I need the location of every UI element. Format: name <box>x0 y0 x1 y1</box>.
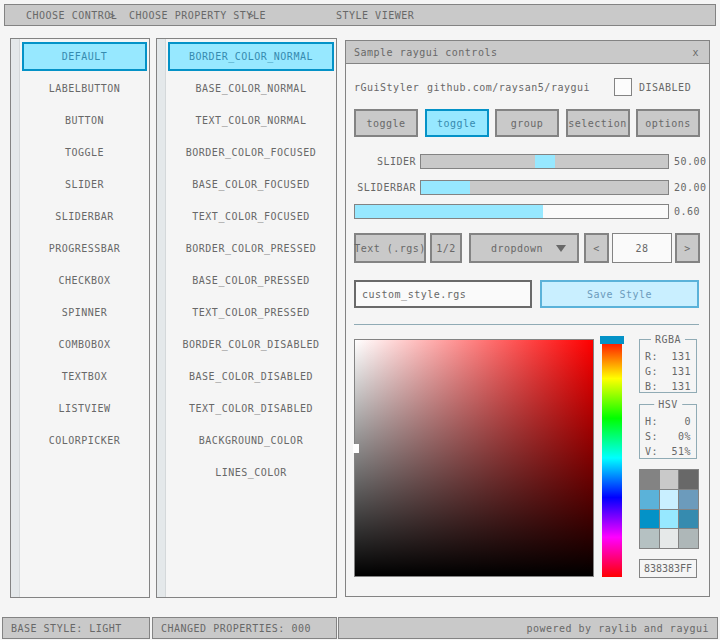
properties-list-item[interactable]: BORDER_COLOR_DISABLED <box>168 330 334 359</box>
caret-down-icon <box>556 245 566 252</box>
dropdown-label: dropdown <box>491 243 543 254</box>
color-swatch[interactable] <box>679 529 698 548</box>
divider-line <box>354 324 699 325</box>
properties-list-item[interactable]: TEXT_COLOR_PRESSED <box>168 298 334 327</box>
breadcrumb-style-viewer: STYLE VIEWER <box>336 10 414 21</box>
rgba-row-g: G: 131 <box>640 364 696 379</box>
half-toggle-button[interactable]: 1/2 <box>430 233 462 263</box>
color-swatch[interactable] <box>679 510 698 529</box>
progressbar-value: 0.60 <box>674 206 700 217</box>
properties-list-item[interactable]: BASE_COLOR_DISABLED <box>168 362 334 391</box>
progressbar-fill <box>355 205 543 218</box>
properties-list-item[interactable]: BORDER_COLOR_NORMAL <box>168 42 334 71</box>
controls-list-item[interactable]: SPINNER <box>22 298 147 327</box>
spinner-decrease-button[interactable]: < <box>584 233 609 263</box>
color-swatch[interactable] <box>660 470 679 489</box>
sliderbar-fill <box>421 181 470 194</box>
color-swatch[interactable] <box>640 510 659 529</box>
rgba-row-r: R: 131 <box>640 349 696 364</box>
g-label: G: <box>645 366 658 377</box>
color-swatch[interactable] <box>640 529 659 548</box>
controls-list-panel: DEFAULTLABELBUTTONBUTTONTOGGLESLIDERSLID… <box>10 38 150 598</box>
color-swatch[interactable] <box>660 510 679 529</box>
properties-list-item[interactable]: TEXT_COLOR_DISABLED <box>168 394 334 423</box>
window-titlebar[interactable]: Sample raygui controls x <box>346 41 709 64</box>
controls-list-item[interactable]: BUTTON <box>22 106 147 135</box>
rgba-title: RGBA <box>651 334 685 345</box>
properties-list-item[interactable]: LINES_COLOR <box>168 458 334 487</box>
controls-list-item[interactable]: SLIDERBAR <box>22 202 147 231</box>
controls-list-item[interactable]: PROGRESSBAR <box>22 234 147 263</box>
properties-list-item[interactable]: BASE_COLOR_PRESSED <box>168 266 334 295</box>
controls-list-item[interactable]: LABELBUTTON <box>22 74 147 103</box>
properties-list-item[interactable]: BORDER_COLOR_FOCUSED <box>168 138 334 167</box>
color-picker-area[interactable] <box>354 339 594 577</box>
slider-knob[interactable] <box>535 155 555 168</box>
breadcrumb-choose-control: CHOOSE CONTROL <box>26 10 117 21</box>
chevron-right-icon: > <box>248 10 255 21</box>
repo-link[interactable]: github.com/raysan5/raygui <box>427 82 590 93</box>
hsv-title: HSV <box>654 399 682 410</box>
b-label: B: <box>645 381 658 392</box>
controls-list-item[interactable]: COLORPICKER <box>22 426 147 455</box>
app-name-label: rGuiStyler <box>354 82 419 93</box>
toggle-group: toggletogglegroupselectionoptions <box>354 109 700 137</box>
controls-list-item[interactable]: COMBOBOX <box>22 330 147 359</box>
spinner-value-box[interactable]: 28 <box>612 233 672 263</box>
properties-list-item[interactable]: BACKGROUND_COLOR <box>168 426 334 455</box>
color-swatch[interactable] <box>679 470 698 489</box>
controls-list-item[interactable]: TOGGLE <box>22 138 147 167</box>
properties-list-scrollbar[interactable] <box>157 39 166 597</box>
sliderbar-label: SLIDERBAR <box>346 182 416 193</box>
color-swatch[interactable] <box>640 470 659 489</box>
controls-list-item[interactable]: CHECKBOX <box>22 266 147 295</box>
toggle-group-item[interactable]: options <box>636 109 700 137</box>
close-icon[interactable]: x <box>692 47 699 58</box>
toggle-group-item[interactable]: group <box>495 109 559 137</box>
toggle-group-item[interactable]: toggle <box>354 109 418 137</box>
rgba-row-b: B: 131 <box>640 379 696 394</box>
color-picker-marker[interactable] <box>353 444 359 453</box>
properties-list-item[interactable]: TEXT_COLOR_NORMAL <box>168 106 334 135</box>
r-label: R: <box>645 351 658 362</box>
style-filename-input[interactable]: custom_style.rgs <box>354 280 532 308</box>
h-value: 0 <box>684 416 691 427</box>
rgba-groupbox: RGBA R: 131 G: 131 B: 131 <box>639 339 697 393</box>
properties-list-item[interactable]: TEXT_COLOR_FOCUSED <box>168 202 334 231</box>
color-swatch[interactable] <box>679 490 698 509</box>
controls-list-item[interactable]: SLIDER <box>22 170 147 199</box>
properties-list: BORDER_COLOR_NORMALBASE_COLOR_NORMALTEXT… <box>168 42 334 490</box>
slider[interactable] <box>420 154 669 169</box>
color-swatch[interactable] <box>640 490 659 509</box>
status-base-style: BASE STYLE: LIGHT <box>2 617 150 639</box>
controls-list-item[interactable]: DEFAULT <box>22 42 147 71</box>
status-credits: powered by raylib and raygui <box>338 617 718 639</box>
hex-color-input[interactable]: 838383FF <box>639 559 697 578</box>
sliderbar[interactable] <box>420 180 669 195</box>
toggle-group-item[interactable]: selection <box>566 109 630 137</box>
hue-bar-selector[interactable] <box>600 336 624 344</box>
controls-list-item[interactable]: TEXTBOX <box>22 362 147 391</box>
s-value: 0% <box>678 431 691 442</box>
save-style-button[interactable]: Save Style <box>540 280 699 308</box>
color-swatch[interactable] <box>660 529 679 548</box>
properties-list-item[interactable]: BASE_COLOR_FOCUSED <box>168 170 334 199</box>
properties-list-item[interactable]: BORDER_COLOR_PRESSED <box>168 234 334 263</box>
h-label: H: <box>645 416 658 427</box>
toggle-group-item[interactable]: toggle <box>425 109 489 137</box>
text-rgs-button[interactable]: Text (.rgs) <box>354 233 426 263</box>
color-swatch[interactable] <box>660 490 679 509</box>
controls-list-item[interactable]: LISTVIEW <box>22 394 147 423</box>
properties-list-item[interactable]: BASE_COLOR_NORMAL <box>168 74 334 103</box>
dropdown-combobox[interactable]: dropdown <box>469 233 579 263</box>
controls-list-scrollbar[interactable] <box>11 39 20 597</box>
sample-controls-window: Sample raygui controls x rGuiStyler gith… <box>345 40 710 597</box>
hue-bar[interactable] <box>602 339 622 577</box>
disabled-checkbox[interactable] <box>614 78 632 96</box>
progressbar <box>354 204 669 219</box>
chevron-right-icon: > <box>109 10 116 21</box>
style-color-swatches <box>639 469 699 549</box>
spinner-increase-button[interactable]: > <box>675 233 700 263</box>
v-label: V: <box>645 446 658 457</box>
s-label: S: <box>645 431 658 442</box>
